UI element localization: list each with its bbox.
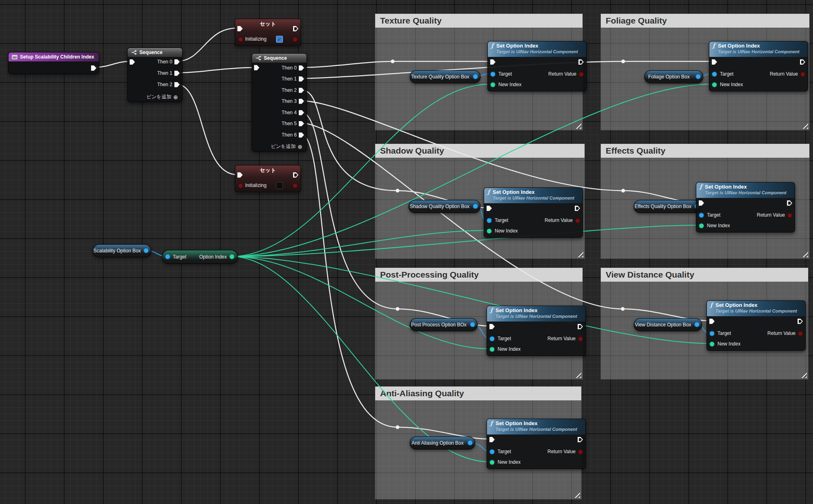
object-out-pin[interactable] [144, 248, 148, 253]
exec-in-pin[interactable] [254, 65, 259, 70]
exec-then4-pin[interactable] [299, 110, 304, 115]
node-sequence-large[interactable]: Sequence Then 0 Then 1 Then 2 Then 3 The… [252, 53, 307, 152]
object-out-pin[interactable] [473, 74, 478, 79]
checkbox-unchecked-icon[interactable] [276, 182, 283, 189]
add-pin-button[interactable]: ピンを追加 ⊕ [271, 143, 302, 150]
reroute-node[interactable] [391, 60, 395, 63]
wire-exec-to-post-process[interactable] [301, 112, 489, 326]
node-set-initializing-top[interactable]: セット Initializing ✓ [235, 19, 301, 46]
bool-out-pin[interactable] [293, 37, 298, 42]
exec-then2-pin[interactable] [299, 88, 304, 93]
exec-out-pin[interactable] [578, 437, 583, 442]
target-in-pin[interactable] [487, 218, 491, 223]
exec-out-pin[interactable] [578, 324, 583, 329]
exec-in-pin[interactable] [489, 437, 495, 442]
node-setup-scalability-children-index[interactable]: Setup Scalability Children Index [8, 52, 99, 74]
node-set-option-index-texture[interactable]: ƒ Set Option Index Target is UINav Horiz… [487, 41, 587, 91]
node-set-option-index-view-distance[interactable]: ƒ Set Option Index Target is UINav Horiz… [706, 300, 806, 351]
new-index-pin[interactable] [487, 229, 491, 233]
target-in-pin[interactable] [490, 337, 494, 341]
var-view-distance-option-box[interactable]: View Distance Option Box [634, 318, 702, 331]
return-value-pin[interactable] [575, 218, 580, 223]
exec-then1-pin[interactable] [174, 71, 180, 76]
node-set-option-index-anti-aliasing[interactable]: ƒ Set Option Index Target is UINav Horiz… [487, 419, 586, 469]
return-value-pin[interactable] [578, 337, 583, 341]
node-sequence-small[interactable]: Sequence Then 0 Then 1 Then 2 ピンを追加 ⊕ [127, 48, 183, 102]
reroute-node[interactable] [622, 60, 625, 63]
exec-out-pin[interactable] [800, 59, 805, 65]
target-in-pin[interactable] [165, 254, 170, 259]
new-index-pin[interactable] [699, 224, 704, 228]
exec-in-pin[interactable] [490, 59, 496, 65]
object-out-pin[interactable] [470, 322, 475, 327]
var-anti-aliasing-option-box[interactable]: Anti Aliasing Option Box [410, 437, 475, 450]
node-set-option-index-post-process[interactable]: ƒ Set Option Index Target is UINav Horiz… [487, 306, 586, 356]
exec-then6-pin[interactable] [299, 133, 304, 138]
exec-then5-pin[interactable] [299, 121, 304, 126]
wire-exec-to-anti-aliasing[interactable] [301, 135, 489, 439]
object-out-pin[interactable] [473, 204, 478, 209]
exec-then3-pin[interactable] [299, 99, 304, 104]
return-value-pin[interactable] [800, 72, 805, 77]
exec-out-pin[interactable] [575, 206, 580, 211]
target-in-pin[interactable] [699, 213, 704, 217]
target-in-pin[interactable] [490, 450, 494, 454]
node-set-initializing-bottom[interactable]: セット Initializing [235, 165, 301, 192]
exec-out-pin[interactable] [91, 65, 96, 71]
var-post-process-option-box[interactable]: Post Process Option BOx [410, 318, 478, 331]
exec-out-pin[interactable] [578, 59, 584, 65]
reroute-node[interactable] [396, 189, 400, 193]
exec-out-pin[interactable] [798, 319, 803, 324]
bool-out-pin[interactable] [293, 183, 298, 188]
var-shadow-quality-option-box[interactable]: Shadow Quality Option Box [409, 200, 480, 213]
return-value-pin[interactable] [579, 72, 584, 77]
exec-then1-pin[interactable] [299, 76, 304, 82]
reroute-node[interactable] [622, 189, 625, 193]
reroute-node[interactable] [396, 307, 400, 311]
var-scalability-option-box[interactable]: Scalability Option Box [93, 244, 151, 257]
exec-then0-pin[interactable] [299, 65, 304, 71]
reroute-node[interactable] [621, 307, 625, 311]
wire-exec-to-texture[interactable] [301, 61, 490, 67]
wire-exec-then0-to-set-top[interactable] [176, 28, 237, 61]
node-get-option-index[interactable]: Target Option Index [162, 250, 238, 264]
object-out-pin[interactable] [695, 322, 699, 327]
add-pin-button[interactable]: ピンを追加 ⊕ [146, 93, 178, 100]
bool-in-pin[interactable] [238, 37, 243, 42]
reroute-node[interactable] [396, 426, 400, 429]
new-index-pin[interactable] [491, 83, 495, 87]
var-texture-quality-option-box[interactable]: Texture Quality Option Box [410, 70, 480, 83]
exec-then2-pin[interactable] [174, 82, 180, 87]
object-out-pin[interactable] [696, 74, 700, 79]
target-in-pin[interactable] [491, 72, 495, 76]
blueprint-graph[interactable]: Texture Quality Foliage Quality Shadow Q… [0, 0, 813, 504]
exec-in-pin[interactable] [489, 324, 495, 329]
exec-in-pin[interactable] [487, 206, 492, 211]
object-out-pin[interactable] [468, 441, 472, 445]
int-out-pin[interactable] [230, 254, 234, 259]
wire-exec-to-shadow[interactable] [301, 90, 486, 208]
new-index-pin[interactable] [490, 460, 494, 465]
wire-int-to-post-new-index[interactable] [231, 256, 489, 349]
wire-int-to-aa-new-index[interactable] [231, 256, 489, 462]
exec-then0-pin[interactable] [174, 59, 180, 65]
exec-in-pin[interactable] [699, 200, 704, 206]
exec-in-pin[interactable] [712, 59, 717, 65]
var-effects-quality-option-box[interactable]: Effects Quality Option Box [634, 200, 702, 213]
wire-exec-then2-to-set-bottom[interactable] [176, 84, 237, 175]
target-in-pin[interactable] [710, 331, 714, 336]
new-index-pin[interactable] [490, 347, 494, 352]
target-in-pin[interactable] [712, 72, 717, 76]
new-index-pin[interactable] [710, 342, 714, 346]
bool-in-pin[interactable] [238, 183, 243, 188]
node-set-option-index-effects[interactable]: ƒ Set Option Index Target is UINav Horiz… [696, 182, 795, 232]
node-set-option-index-foliage[interactable]: ƒ Set Option Index Target is UINav Horiz… [709, 41, 808, 91]
exec-out-pin[interactable] [787, 200, 792, 206]
return-value-pin[interactable] [578, 450, 583, 454]
var-foliage-option-box[interactable]: Foliage Option Box [644, 70, 703, 83]
wire-exec-then1-to-sequence2[interactable] [176, 67, 254, 73]
checkbox-checked-icon[interactable]: ✓ [276, 36, 283, 43]
exec-in-pin[interactable] [709, 319, 715, 324]
exec-in-pin[interactable] [130, 59, 135, 65]
node-set-option-index-shadow[interactable]: ƒ Set Option Index Target is UINav Horiz… [484, 187, 583, 238]
